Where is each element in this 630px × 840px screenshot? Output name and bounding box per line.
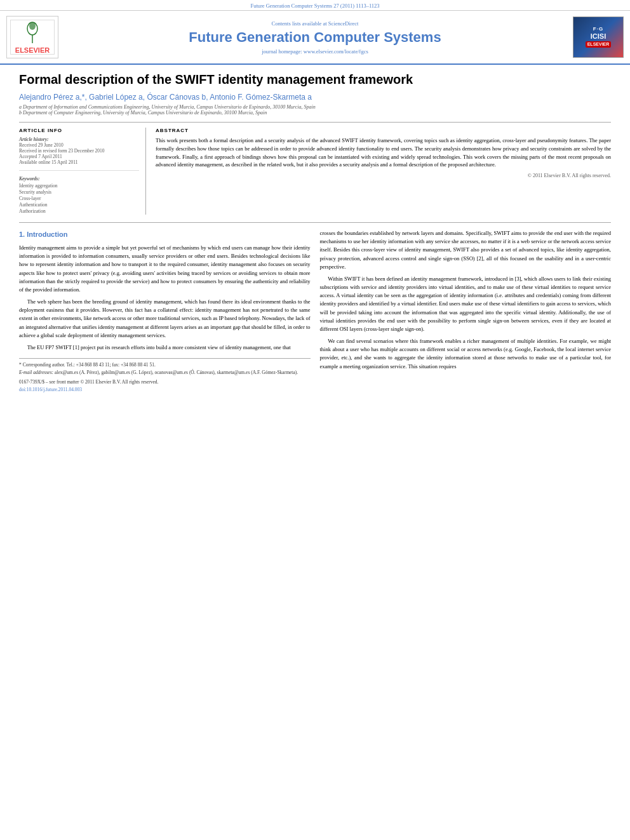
sciencedirect-link: Contents lists available at ScienceDirec… [64, 20, 566, 27]
svg-point-3 [29, 22, 36, 30]
abstract-column: ABSTRACT This work presents both a forma… [156, 128, 611, 215]
doi-text: doi:10.1016/j.future.2011.04.003 [19, 387, 82, 392]
keywords-section: Keywords: Identity aggregation Security … [19, 176, 139, 214]
elsevier-logo: ELSEVIER [6, 16, 64, 58]
elsevier-label: ELSEVIER [15, 46, 50, 54]
abstract-text: This work presents both a formal descrip… [156, 137, 611, 169]
article-info-column: ARTICLE INFO Article history: Received 2… [19, 128, 146, 215]
affiliation-b: b Department of Computer Engineering, Un… [19, 110, 611, 116]
sciencedirect-text: Contents lists available at ScienceDirec… [272, 20, 359, 27]
intro-col2-p1: crosses the boundaries established by ne… [320, 229, 612, 271]
paper-title: Formal description of the SWIFT identity… [19, 71, 611, 88]
article-history: Article history: Received 29 June 2010 R… [19, 137, 139, 171]
keyword-5: Authorization [19, 208, 139, 214]
keyword-4: Authentication [19, 202, 139, 208]
keyword-1: Identity aggregation [19, 183, 139, 189]
journal-header: ELSEVIER Contents lists available at Sci… [0, 11, 630, 65]
journal-title: Future Generation Computer Systems [64, 29, 566, 46]
accepted-date: Accepted 7 April 2011 [19, 154, 139, 159]
abstract-label: ABSTRACT [156, 128, 611, 133]
available-date: Available online 15 April 2011 [19, 159, 139, 165]
keywords-label: Keywords: [19, 176, 139, 182]
article-info-label: ARTICLE INFO [19, 128, 139, 133]
intro-p3: The EU FP7 SWIFT [1] project put its res… [19, 343, 311, 352]
received-revised-date: Received in revised form 23 December 201… [19, 148, 139, 154]
authors: Alejandro Pérez a,*, Gabriel López a, Ós… [19, 93, 611, 102]
doi: doi:10.1016/j.future.2011.04.003 [19, 386, 311, 394]
history-label: Article history: [19, 137, 139, 142]
homepage-label: journal homepage: [262, 48, 302, 55]
journal-center-content: Contents lists available at ScienceDirec… [64, 20, 566, 55]
keyword-3: Cross-layer [19, 196, 139, 201]
abstract-copyright: © 2011 Elsevier B.V. All rights reserved… [156, 173, 611, 178]
authors-text: Alejandro Pérez a,*, Gabriel López a, Ós… [19, 93, 312, 102]
intro-p1: Identity management aims to provide a si… [19, 244, 311, 294]
affiliations: a Department of Information and Communic… [19, 104, 611, 116]
body-col-left: 1. Introduction Identity management aims… [19, 229, 311, 394]
received-date: Received 29 June 2010 [19, 142, 139, 148]
intro-p2: The web sphere has been the breeding gro… [19, 298, 311, 340]
emails: alex@um.es (A. Pérez), gabilm@um.es (G. … [55, 370, 298, 375]
keywords-list: Identity aggregation Security analysis C… [19, 183, 139, 214]
homepage-link: journal homepage: www.elsevier.com/locat… [64, 48, 566, 55]
corresponding-author: * Corresponding author. Tel.: +34 868 88… [19, 361, 311, 369]
journal-citation: Future Generation Computer Systems 27 (2… [250, 3, 379, 9]
intro-col2-p3: We can find several scenarios where this… [320, 337, 612, 371]
section1-heading: 1. Introduction [19, 229, 311, 240]
intro-col2-p2: Within SWIFT it has been defined an iden… [320, 275, 612, 333]
elsevier-logo-svg [13, 21, 51, 46]
article-info-abstract: ARTICLE INFO Article history: Received 2… [19, 122, 611, 215]
email-line: E-mail addresses: alex@um.es (A. Pérez),… [19, 369, 311, 377]
homepage-url: www.elsevier.com/locate/fgcs [304, 48, 368, 55]
email-label: E-mail addresses: [19, 370, 53, 375]
doi-line: 0167-739X/$ – see front matter © 2011 El… [19, 378, 311, 393]
paper-content: Formal description of the SWIFT identity… [0, 65, 630, 400]
body-columns: 1. Introduction Identity management aims… [19, 222, 611, 394]
body-col-right: crosses the boundaries established by ne… [320, 229, 612, 394]
affiliation-a: a Department of Information and Communic… [19, 104, 611, 110]
journal-header-top: Future Generation Computer Systems 27 (2… [0, 0, 630, 11]
fgcs-logo: F·G ICISI ELSEVIER [566, 17, 624, 58]
footnotes: * Corresponding author. Tel.: +34 868 88… [19, 358, 311, 376]
issn-line: 0167-739X/$ – see front matter © 2011 El… [19, 378, 311, 386]
fgcsi-box: F·G ICISI ELSEVIER [573, 17, 624, 58]
keyword-2: Security analysis [19, 189, 139, 195]
